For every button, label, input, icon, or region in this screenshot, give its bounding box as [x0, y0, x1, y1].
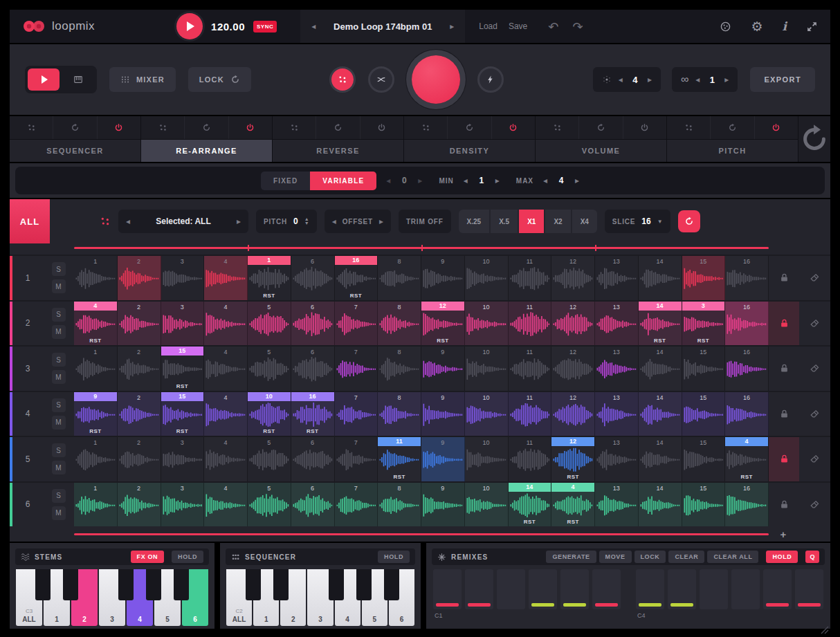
crossfade-swap-button[interactable] — [368, 66, 394, 93]
flux-lightning-button[interactable] — [477, 66, 504, 93]
slice-cell[interactable]: 13 — [595, 347, 639, 391]
refresh-icon[interactable] — [53, 116, 97, 139]
row-lock-button[interactable] — [769, 483, 799, 527]
bpm-display[interactable]: 120.00 — [211, 21, 245, 33]
slice-cell[interactable]: 15 — [682, 483, 726, 527]
interval-prev-icon[interactable]: ◂ — [619, 75, 623, 84]
dice-icon[interactable] — [10, 116, 53, 139]
min-prev-icon[interactable]: ◂ — [464, 176, 468, 185]
loop-next-icon[interactable]: ▸ — [724, 75, 729, 84]
slice-cell[interactable]: 11 — [509, 437, 552, 481]
slice-cell[interactable]: 13 — [595, 256, 639, 300]
rotate-slices-button[interactable] — [678, 210, 700, 232]
slice-cell[interactable]: 2 — [118, 347, 161, 391]
slice-cell[interactable]: 2 — [118, 392, 161, 436]
mute-button[interactable]: M — [52, 506, 66, 520]
slice-cell[interactable]: 4 — [204, 347, 248, 391]
keys-view-button[interactable] — [62, 68, 94, 91]
slice-cell[interactable]: 3 — [161, 483, 205, 527]
interval-next-icon[interactable]: ▸ — [648, 75, 652, 84]
slice-cell[interactable]: 5 — [248, 483, 291, 527]
slice-cell[interactable]: 16RST — [291, 392, 335, 436]
remix-slot[interactable] — [592, 569, 621, 609]
lock-button[interactable]: LOCK — [188, 67, 251, 92]
slice-cell[interactable]: 14 — [639, 347, 682, 391]
slice-cell[interactable]: 7 — [335, 483, 378, 527]
slice-cell[interactable]: 11RST — [378, 437, 421, 481]
slice-cell[interactable]: 8 — [378, 392, 421, 436]
dice-icon[interactable] — [141, 116, 185, 139]
row-erase-button[interactable] — [799, 347, 830, 391]
piano-black-key[interactable] — [146, 569, 161, 600]
slice-cell[interactable]: 4 — [204, 302, 248, 346]
randomizer-ball-icon[interactable] — [720, 21, 731, 33]
fixed-button[interactable]: FIXED — [261, 172, 310, 190]
slice-cell[interactable]: 1 — [74, 347, 118, 391]
slice-cell[interactable]: 3 — [161, 437, 205, 481]
remix-slot[interactable] — [560, 569, 589, 609]
slice-cell[interactable]: 11 — [509, 392, 552, 436]
solo-button[interactable]: S — [52, 353, 66, 367]
power-icon[interactable] — [98, 116, 140, 139]
slice-cell[interactable]: 14 — [639, 392, 682, 436]
solo-button[interactable]: S — [52, 398, 66, 412]
slice-cell[interactable]: 15RST — [161, 347, 205, 391]
row-lock-button[interactable] — [769, 256, 799, 300]
stems-hold-button[interactable]: HOLD — [172, 551, 203, 563]
remix-slot[interactable] — [700, 569, 728, 609]
move-button[interactable]: MOVE — [599, 551, 632, 563]
slice-cell[interactable]: 15RST — [161, 392, 205, 436]
remix-slot[interactable] — [497, 569, 525, 609]
mute-button[interactable]: M — [52, 279, 66, 293]
clear-all-button[interactable]: CLEAR ALL — [707, 551, 758, 563]
min-next-icon[interactable]: ▸ — [495, 176, 500, 185]
speed-x25-button[interactable]: X.25 — [459, 210, 490, 233]
piano-black-key[interactable] — [384, 569, 399, 600]
speed-x2-button[interactable]: X2 — [545, 210, 570, 233]
slice-cell[interactable]: 16 — [725, 392, 769, 436]
slice-cell[interactable]: 13 — [595, 483, 639, 527]
row-lock-button[interactable] — [769, 302, 799, 346]
slice-cell[interactable]: 7 — [335, 437, 378, 481]
settings-gear-icon[interactable]: ⚙ — [751, 20, 763, 33]
slice-cell[interactable]: 4 — [204, 392, 248, 436]
row-erase-button[interactable] — [799, 302, 830, 346]
save-button[interactable]: Save — [509, 21, 527, 31]
slice-cell[interactable]: 16RST — [335, 256, 378, 300]
slice-count-dropdown[interactable]: SLICE 16 ▼ — [605, 210, 670, 233]
slice-cell[interactable]: 1 — [74, 256, 118, 300]
selected-next-icon[interactable]: ▸ — [237, 217, 241, 225]
slice-cell[interactable]: 16 — [725, 347, 769, 391]
loop-range-bar[interactable] — [74, 243, 769, 252]
step-next-icon[interactable]: ▸ — [418, 176, 422, 185]
row-erase-button[interactable] — [799, 483, 830, 527]
power-icon[interactable] — [492, 116, 535, 139]
slice-cell[interactable]: 13 — [595, 437, 639, 481]
slice-cell[interactable]: 1 — [74, 483, 118, 527]
info-icon[interactable]: i — [783, 19, 787, 33]
clear-button[interactable]: CLEAR — [668, 551, 704, 563]
row-lock-button[interactable] — [769, 392, 799, 436]
max-prev-icon[interactable]: ◂ — [543, 176, 547, 185]
slice-cell[interactable]: 15 — [682, 437, 726, 481]
speed-x4-button[interactable]: X4 — [572, 210, 597, 233]
slice-cell[interactable]: 6 — [291, 347, 335, 391]
slice-cell[interactable]: 10 — [465, 483, 509, 527]
slice-cell[interactable]: 3 — [161, 256, 205, 300]
solo-button[interactable]: S — [52, 308, 66, 322]
slice-cell[interactable]: 11 — [509, 256, 552, 300]
sync-toggle[interactable]: SYNC — [253, 21, 277, 33]
offset-right-icon[interactable]: ▸ — [379, 217, 383, 225]
slice-cell[interactable]: 6 — [291, 437, 335, 481]
remixes-hold-button[interactable]: HOLD — [766, 551, 798, 563]
speed-x5-button[interactable]: X.5 — [491, 210, 518, 233]
dice-icon[interactable] — [273, 116, 316, 139]
remix-slot[interactable] — [731, 569, 760, 609]
slice-cell[interactable]: 1 — [74, 437, 118, 481]
tab-reverse[interactable]: REVERSE — [273, 140, 403, 162]
slice-cell[interactable]: 4 — [204, 483, 248, 527]
loop-view-button[interactable] — [28, 68, 60, 91]
dice-icon[interactable] — [536, 116, 579, 139]
add-row-button[interactable]: + — [769, 528, 798, 540]
slice-cell[interactable]: 12RST — [551, 437, 595, 481]
